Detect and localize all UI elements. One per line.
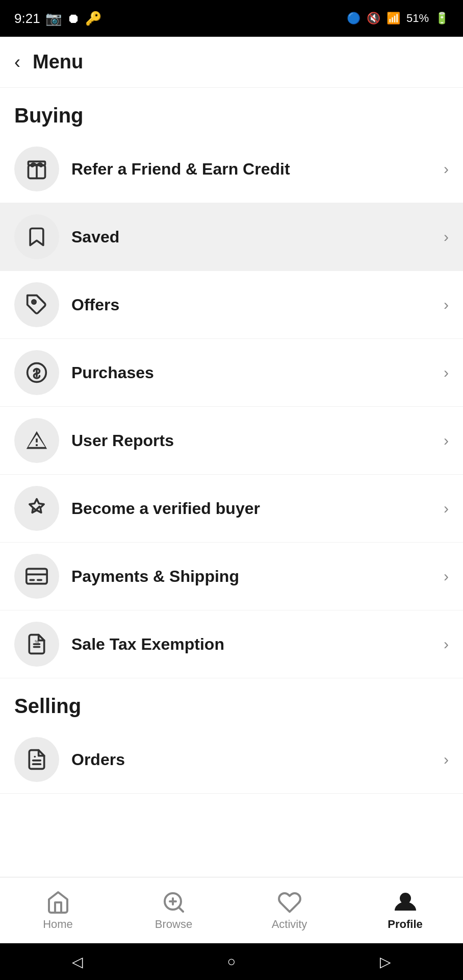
nav-item-activity[interactable]: Activity	[232, 890, 347, 931]
selling-heading: Selling	[0, 678, 463, 726]
android-nav-bar: ◁ ○ ▷	[0, 943, 463, 980]
activity-icon	[277, 890, 302, 915]
status-right: 🔵 🔇 📶 51% 🔋	[347, 12, 449, 25]
user-reports-label: User Reports	[71, 431, 438, 450]
offers-label: Offers	[71, 296, 438, 314]
svg-text:%: %	[35, 639, 39, 644]
menu-item-offers[interactable]: Offers ›	[0, 271, 463, 339]
bluetooth-icon: 🔵	[347, 12, 361, 25]
buying-heading: Buying	[0, 88, 463, 135]
page-title: Menu	[33, 51, 83, 73]
card-icon	[25, 565, 48, 587]
orders-label: Orders	[71, 750, 438, 769]
nav-item-profile[interactable]: Profile	[347, 890, 463, 931]
warning-icon	[25, 429, 48, 452]
refer-chevron: ›	[444, 160, 449, 178]
status-bar: 9:21 📷 ⏺ 🔑 🔵 🔇 📶 51% 🔋	[0, 0, 463, 37]
menu-item-sale-tax[interactable]: % Sale Tax Exemption ›	[0, 610, 463, 678]
offers-icon-wrap	[14, 282, 59, 327]
header: ‹ Menu	[0, 37, 463, 88]
orders-icon-wrap	[14, 737, 59, 782]
selling-section: Selling Orders ›	[0, 678, 463, 794]
bottom-nav: Home Browse Activity Profile	[0, 877, 463, 943]
verified-buyer-label: Become a verified buyer	[71, 499, 438, 518]
dollar-circle-icon	[25, 361, 48, 384]
back-button[interactable]: ‹	[14, 53, 20, 71]
sale-tax-label: Sale Tax Exemption	[71, 635, 438, 654]
purchases-icon-wrap	[14, 350, 59, 395]
battery-icon: 🔋	[435, 12, 449, 25]
menu-item-payments-shipping[interactable]: Payments & Shipping ›	[0, 543, 463, 610]
camera-icon: 📷	[45, 11, 62, 27]
nav-item-browse[interactable]: Browse	[116, 890, 232, 931]
key-icon: 🔑	[85, 11, 101, 27]
verified-buyer-chevron: ›	[444, 500, 449, 517]
svg-rect-2	[29, 161, 45, 165]
buying-section: Buying Refer a Friend & Earn Credit ›	[0, 88, 463, 678]
menu-item-orders[interactable]: Orders ›	[0, 726, 463, 794]
home-icon	[46, 890, 70, 915]
browse-icon	[162, 890, 186, 915]
payments-icon-wrap	[14, 554, 59, 599]
mute-icon: 🔇	[367, 12, 380, 25]
android-back-button[interactable]: ◁	[72, 953, 83, 970]
sale-tax-icon-wrap: %	[14, 622, 59, 667]
nav-profile-label: Profile	[388, 918, 422, 931]
nav-home-label: Home	[43, 918, 73, 931]
menu-item-purchases[interactable]: Purchases ›	[0, 339, 463, 407]
refer-icon-wrap	[14, 146, 59, 191]
main-content: Buying Refer a Friend & Earn Credit ›	[0, 88, 463, 877]
sale-tax-chevron: ›	[444, 635, 449, 653]
purchases-chevron: ›	[444, 364, 449, 381]
menu-item-user-reports[interactable]: User Reports ›	[0, 407, 463, 475]
wifi-icon: 📶	[387, 12, 400, 25]
orders-icon	[25, 748, 48, 771]
menu-item-refer[interactable]: Refer a Friend & Earn Credit ›	[0, 135, 463, 203]
payments-chevron: ›	[444, 568, 449, 585]
verified-buyer-icon-wrap	[14, 486, 59, 531]
tag-icon	[25, 293, 48, 316]
offers-chevron: ›	[444, 296, 449, 313]
nav-activity-label: Activity	[272, 918, 307, 931]
gift-icon	[25, 158, 48, 180]
verified-icon	[25, 497, 48, 520]
android-home-button[interactable]: ○	[227, 953, 236, 970]
payments-shipping-label: Payments & Shipping	[71, 567, 438, 586]
menu-item-verified-buyer[interactable]: Become a verified buyer ›	[0, 475, 463, 543]
bookmark-icon	[25, 226, 48, 248]
saved-label: Saved	[71, 228, 438, 247]
status-time: 9:21	[14, 11, 40, 27]
status-left: 9:21 📷 ⏺ 🔑	[14, 11, 101, 27]
saved-icon-wrap	[14, 214, 59, 259]
orders-chevron: ›	[444, 751, 449, 768]
nav-browse-label: Browse	[155, 918, 192, 931]
android-recents-button[interactable]: ▷	[380, 953, 391, 970]
receipt-icon: %	[25, 633, 48, 655]
nav-item-home[interactable]: Home	[0, 890, 116, 931]
saved-chevron: ›	[444, 228, 449, 246]
profile-icon	[393, 890, 418, 915]
user-reports-chevron: ›	[444, 432, 449, 449]
user-reports-icon-wrap	[14, 418, 59, 463]
purchases-label: Purchases	[71, 363, 438, 382]
svg-line-18	[178, 907, 183, 912]
refer-label: Refer a Friend & Earn Credit	[71, 160, 438, 179]
record-icon: ⏺	[67, 11, 80, 27]
battery-text: 51%	[406, 12, 429, 25]
svg-rect-7	[27, 569, 47, 583]
menu-item-saved[interactable]: Saved ›	[0, 203, 463, 271]
